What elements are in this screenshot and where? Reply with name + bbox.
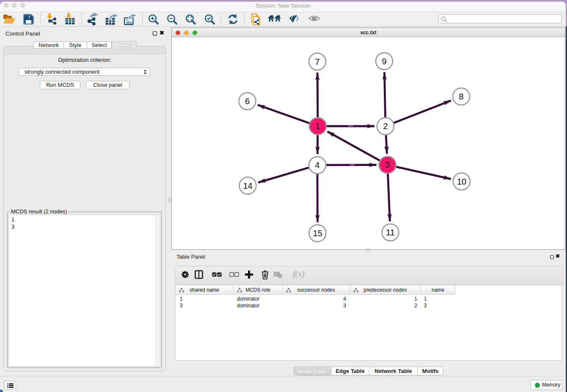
svg-text:14: 14 [243,181,252,190]
svg-text:7: 7 [315,57,319,66]
svg-text:1: 1 [315,121,320,131]
svg-text:10: 10 [457,177,466,186]
svg-text:2: 2 [383,121,388,131]
svg-text:4: 4 [315,160,319,170]
svg-text:8: 8 [459,92,463,101]
svg-text:15: 15 [313,229,322,238]
svg-text:9: 9 [382,57,386,66]
svg-text:6: 6 [245,97,250,106]
svg-text:3: 3 [385,160,390,169]
svg-text:11: 11 [386,228,395,237]
